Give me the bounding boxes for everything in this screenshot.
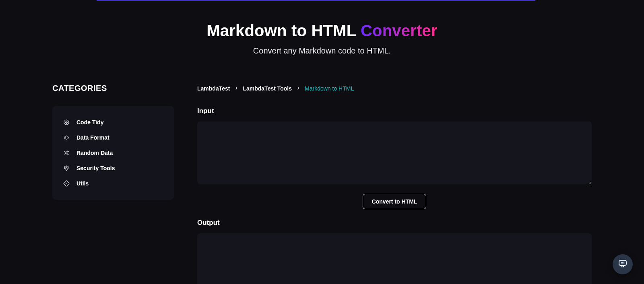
sidebar-item-label: Security Tools <box>76 165 115 171</box>
sidebar-item-random-data[interactable]: Random Data <box>60 145 166 161</box>
sidebar-item-code-tidy[interactable]: Code Tidy <box>60 115 166 130</box>
sidebar-item-security-tools[interactable]: Security Tools <box>60 161 166 176</box>
code-tidy-icon <box>63 119 70 126</box>
sidebar: CATEGORIES Code Tidy Data Format Random … <box>52 84 174 200</box>
svg-rect-1 <box>66 168 67 169</box>
utils-icon <box>63 180 70 187</box>
input-textarea[interactable] <box>197 121 592 184</box>
breadcrumb-item-tools[interactable]: LambdaTest Tools <box>243 85 292 92</box>
breadcrumb: LambdaTest LambdaTest Tools Markdown to … <box>197 85 592 92</box>
category-list: Code Tidy Data Format Random Data Securi… <box>52 106 174 200</box>
sidebar-heading: CATEGORIES <box>52 84 174 93</box>
security-tools-icon <box>63 165 70 172</box>
svg-point-3 <box>66 183 67 184</box>
output-label: Output <box>197 219 592 227</box>
sidebar-item-data-format[interactable]: Data Format <box>60 130 166 145</box>
data-format-icon <box>63 134 70 141</box>
page-title-gradient: Converter <box>361 22 438 39</box>
chat-icon <box>618 259 627 270</box>
convert-button[interactable]: Convert to HTML <box>363 194 427 209</box>
svg-point-7 <box>623 263 624 263</box>
sidebar-item-label: Data Format <box>76 134 109 141</box>
sidebar-item-label: Utils <box>76 180 89 187</box>
sidebar-item-label: Code Tidy <box>76 119 103 126</box>
sidebar-item-label: Random Data <box>76 150 113 156</box>
random-data-icon <box>63 149 70 156</box>
page-subtitle: Convert any Markdown code to HTML. <box>0 46 644 56</box>
top-accent-bar <box>97 0 535 1</box>
svg-point-5 <box>621 263 621 263</box>
output-textarea[interactable] <box>197 233 592 284</box>
svg-point-6 <box>622 263 623 263</box>
breadcrumb-item-root[interactable]: LambdaTest <box>197 85 230 92</box>
breadcrumb-item-current: Markdown to HTML <box>305 85 354 92</box>
sidebar-item-utils[interactable]: Utils <box>60 176 166 191</box>
input-label: Input <box>197 107 592 115</box>
hero-section: Markdown to HTML Converter Convert any M… <box>0 0 644 56</box>
chevron-right-icon <box>296 85 301 92</box>
main-panel: LambdaTest LambdaTest Tools Markdown to … <box>197 84 592 284</box>
svg-rect-2 <box>63 180 69 186</box>
chat-widget-button[interactable] <box>613 254 633 274</box>
page-title-main: Markdown to HTML <box>206 22 361 39</box>
chevron-right-icon <box>234 85 239 92</box>
page-title: Markdown to HTML Converter <box>0 22 644 40</box>
